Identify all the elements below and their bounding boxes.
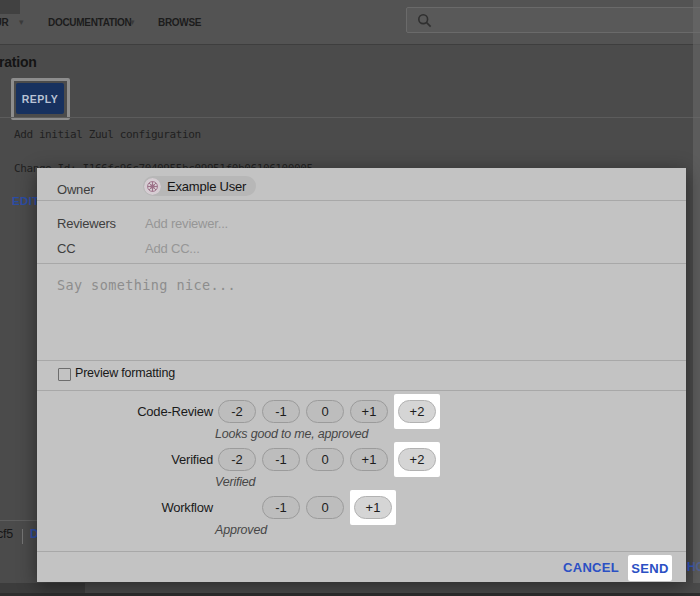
send-highlight-box: SEND — [628, 555, 672, 581]
search-icon — [417, 13, 432, 28]
nav-item-your[interactable]: OUR — [0, 0, 8, 45]
divider — [37, 200, 686, 201]
search-input[interactable] — [406, 7, 700, 33]
edit-link[interactable]: EDIT — [12, 195, 39, 207]
score-description: Looks good to me, approved — [215, 427, 368, 441]
add-cc-input[interactable]: Add CC... — [145, 241, 200, 256]
score-row: Code-Review-2-10+1+2 — [37, 393, 440, 429]
vote-button[interactable]: -1 — [262, 496, 300, 519]
page-title-partial: ration — [0, 54, 37, 70]
vote-button[interactable]: +2 — [398, 400, 436, 423]
vote-button[interactable]: -1 — [262, 448, 300, 471]
commit-hash-partial: cf5 — [0, 527, 13, 541]
score-label: Workflow — [37, 500, 213, 515]
divider — [0, 520, 37, 521]
vote-button[interactable]: +2 — [398, 448, 436, 471]
score-description: Approved — [215, 523, 267, 537]
owner-name: Example User — [167, 179, 246, 194]
reply-dialog: Owner Example User Reviewers Add reviewe… — [37, 168, 686, 582]
vote-button[interactable]: 0 — [306, 448, 344, 471]
divider — [37, 390, 686, 391]
score-label: Code-Review — [37, 404, 213, 419]
avatar — [144, 178, 161, 195]
send-button[interactable]: SEND — [631, 561, 668, 576]
highlight-box: +1 — [350, 490, 396, 525]
commit-subject: Add initial Zuul configuration — [14, 128, 201, 141]
owner-label: Owner — [57, 182, 94, 197]
chevron-down-icon: ▾ — [130, 0, 134, 45]
reply-message-textarea[interactable]: Say something nice... — [57, 277, 236, 293]
divider — [37, 551, 686, 552]
vote-button[interactable]: +1 — [350, 400, 388, 423]
add-reviewer-input[interactable]: Add reviewer... — [145, 216, 228, 231]
scrollbar[interactable] — [693, 0, 700, 583]
owner-chip[interactable]: Example User — [143, 176, 256, 196]
nav-item-documentation[interactable]: DOCUMENTATION — [48, 0, 132, 45]
divider — [37, 360, 686, 361]
preview-formatting-checkbox[interactable] — [58, 368, 71, 381]
highlight-box: +2 — [394, 442, 440, 477]
vote-button[interactable]: 0 — [306, 400, 344, 423]
divider — [22, 529, 23, 544]
score-row: Verified-2-10+1+2 — [37, 441, 440, 477]
vote-button[interactable]: -1 — [262, 400, 300, 423]
top-nav-bar: OUR ▾ DOCUMENTATION ▾ BROWSE — [0, 0, 700, 45]
score-label: Verified — [37, 452, 213, 467]
vote-button[interactable]: -2 — [218, 448, 256, 471]
score-row: Workflow-10+1 — [37, 489, 396, 525]
vote-button[interactable]: +1 — [350, 448, 388, 471]
nav-item-browse[interactable]: BROWSE — [158, 0, 201, 45]
score-description: Verified — [215, 475, 255, 489]
vote-button[interactable]: -2 — [218, 400, 256, 423]
vote-button[interactable]: 0 — [306, 496, 344, 519]
reply-button[interactable]: REPLY — [16, 83, 64, 114]
vote-button[interactable]: +1 — [354, 496, 392, 519]
preview-formatting-label: Preview formatting — [75, 366, 175, 380]
chevron-down-icon: ▾ — [19, 0, 23, 45]
highlight-box: +2 — [394, 394, 440, 429]
cancel-button[interactable]: CANCEL — [563, 560, 619, 575]
divider — [0, 117, 700, 118]
cc-label: CC — [57, 241, 75, 256]
reviewers-label: Reviewers — [57, 216, 116, 231]
divider — [37, 263, 686, 264]
